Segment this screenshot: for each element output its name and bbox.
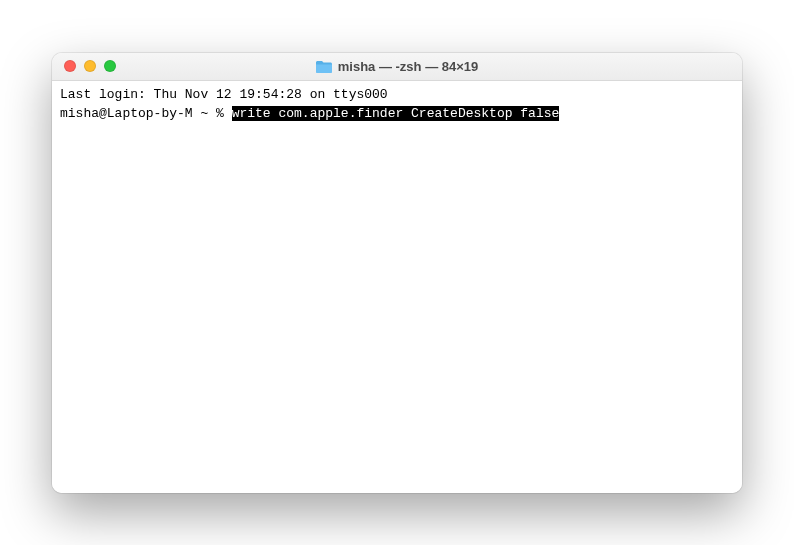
terminal-body[interactable]: Last login: Thu Nov 12 19:54:28 on ttys0…	[52, 81, 742, 493]
window-title-group: misha — -zsh — 84×19	[52, 59, 742, 74]
terminal-window: misha — -zsh — 84×19 Last login: Thu Nov…	[52, 53, 742, 493]
window-title: misha — -zsh — 84×19	[338, 59, 479, 74]
minimize-button[interactable]	[84, 60, 96, 72]
folder-icon	[316, 60, 332, 73]
last-login-line: Last login: Thu Nov 12 19:54:28 on ttys0…	[60, 85, 734, 105]
command-selected[interactable]: write com.apple.finder CreateDesktop fal…	[232, 106, 560, 121]
titlebar[interactable]: misha — -zsh — 84×19	[52, 53, 742, 81]
close-button[interactable]	[64, 60, 76, 72]
prompt-line: misha@Laptop-by-M ~ % write com.apple.fi…	[60, 104, 734, 124]
prompt-text: misha@Laptop-by-M ~ %	[60, 106, 232, 121]
traffic-lights	[52, 60, 116, 72]
maximize-button[interactable]	[104, 60, 116, 72]
